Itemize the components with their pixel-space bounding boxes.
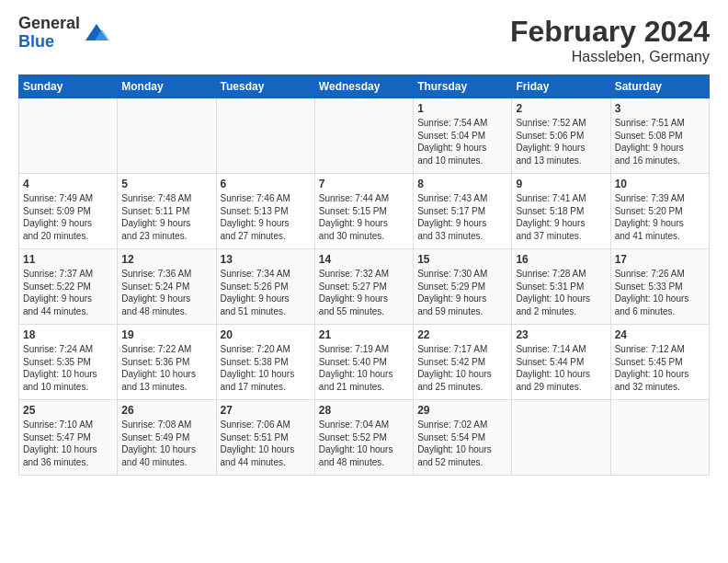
calendar-week-3: 11Sunrise: 7:37 AM Sunset: 5:22 PM Dayli…	[19, 249, 710, 325]
calendar-week-4: 18Sunrise: 7:24 AM Sunset: 5:35 PM Dayli…	[19, 325, 710, 400]
calendar-cell: 27Sunrise: 7:06 AM Sunset: 5:51 PM Dayli…	[216, 400, 314, 476]
logo-blue: Blue	[18, 33, 80, 52]
day-number: 9	[516, 178, 606, 190]
day-info: Sunrise: 7:22 AM Sunset: 5:36 PM Dayligh…	[121, 343, 211, 393]
day-number: 17	[615, 253, 705, 266]
day-info: Sunrise: 7:36 AM Sunset: 5:24 PM Dayligh…	[121, 268, 211, 317]
location: Hassleben, Germany	[510, 49, 710, 65]
day-info: Sunrise: 7:30 AM Sunset: 5:29 PM Dayligh…	[417, 268, 507, 317]
day-info: Sunrise: 7:46 AM Sunset: 5:13 PM Dayligh…	[221, 192, 311, 242]
day-number: 29	[417, 404, 507, 417]
col-monday: Monday	[118, 75, 216, 98]
calendar-cell: 4Sunrise: 7:49 AM Sunset: 5:09 PM Daylig…	[19, 174, 118, 249]
col-saturday: Saturday	[610, 75, 709, 98]
day-number: 20	[221, 328, 311, 341]
calendar-cell: 3Sunrise: 7:51 AM Sunset: 5:08 PM Daylig…	[610, 98, 709, 174]
logo-general: General	[18, 15, 80, 33]
calendar-cell: 29Sunrise: 7:02 AM Sunset: 5:54 PM Dayli…	[414, 400, 512, 476]
calendar-cell: 22Sunrise: 7:17 AM Sunset: 5:42 PM Dayli…	[414, 325, 512, 400]
day-number: 14	[319, 253, 409, 266]
day-number: 21	[319, 328, 409, 341]
day-info: Sunrise: 7:52 AM Sunset: 5:06 PM Dayligh…	[516, 117, 606, 167]
day-number: 13	[221, 253, 311, 266]
day-info: Sunrise: 7:28 AM Sunset: 5:31 PM Dayligh…	[516, 268, 606, 317]
calendar-cell: 21Sunrise: 7:19 AM Sunset: 5:40 PM Dayli…	[314, 325, 413, 400]
day-info: Sunrise: 7:37 AM Sunset: 5:22 PM Dayligh…	[23, 268, 113, 317]
calendar-cell: 10Sunrise: 7:39 AM Sunset: 5:20 PM Dayli…	[610, 174, 709, 249]
day-info: Sunrise: 7:14 AM Sunset: 5:44 PM Dayligh…	[516, 343, 606, 393]
calendar-cell: 25Sunrise: 7:10 AM Sunset: 5:47 PM Dayli…	[19, 400, 118, 476]
calendar-cell: 5Sunrise: 7:48 AM Sunset: 5:11 PM Daylig…	[118, 174, 216, 249]
day-info: Sunrise: 7:48 AM Sunset: 5:11 PM Dayligh…	[121, 192, 211, 242]
calendar-cell: 8Sunrise: 7:43 AM Sunset: 5:17 PM Daylig…	[414, 174, 512, 249]
month-year: February 2024	[510, 15, 710, 49]
day-info: Sunrise: 7:12 AM Sunset: 5:45 PM Dayligh…	[615, 343, 705, 393]
day-number: 6	[221, 178, 311, 190]
day-info: Sunrise: 7:10 AM Sunset: 5:47 PM Dayligh…	[23, 419, 113, 468]
logo: General Blue	[18, 15, 109, 52]
calendar-cell: 6Sunrise: 7:46 AM Sunset: 5:13 PM Daylig…	[216, 174, 314, 249]
day-number: 27	[221, 404, 311, 417]
calendar-cell	[512, 400, 610, 476]
day-info: Sunrise: 7:08 AM Sunset: 5:49 PM Dayligh…	[121, 419, 211, 468]
day-number: 16	[516, 253, 606, 266]
calendar-cell: 14Sunrise: 7:32 AM Sunset: 5:27 PM Dayli…	[314, 249, 413, 325]
calendar-cell	[216, 98, 314, 174]
calendar-cell: 23Sunrise: 7:14 AM Sunset: 5:44 PM Dayli…	[512, 325, 610, 400]
calendar-week-5: 25Sunrise: 7:10 AM Sunset: 5:47 PM Dayli…	[19, 400, 710, 476]
calendar-cell	[314, 98, 413, 174]
day-number: 25	[23, 404, 113, 417]
calendar-cell	[118, 98, 216, 174]
calendar-cell: 2Sunrise: 7:52 AM Sunset: 5:06 PM Daylig…	[512, 98, 610, 174]
calendar-cell: 1Sunrise: 7:54 AM Sunset: 5:04 PM Daylig…	[414, 98, 512, 174]
calendar-cell	[19, 98, 118, 174]
day-number: 7	[319, 178, 409, 190]
calendar-cell: 12Sunrise: 7:36 AM Sunset: 5:24 PM Dayli…	[118, 249, 216, 325]
calendar-header: Sunday Monday Tuesday Wednesday Thursday…	[19, 75, 710, 98]
calendar-body: 1Sunrise: 7:54 AM Sunset: 5:04 PM Daylig…	[19, 98, 710, 476]
day-info: Sunrise: 7:02 AM Sunset: 5:54 PM Dayligh…	[417, 419, 507, 468]
day-number: 11	[23, 253, 113, 266]
day-number: 2	[516, 102, 606, 115]
day-info: Sunrise: 7:44 AM Sunset: 5:15 PM Dayligh…	[319, 192, 409, 242]
day-number: 19	[121, 328, 211, 341]
calendar-week-2: 4Sunrise: 7:49 AM Sunset: 5:09 PM Daylig…	[19, 174, 710, 249]
logo-text: General Blue	[18, 15, 80, 52]
col-wednesday: Wednesday	[314, 75, 413, 98]
day-info: Sunrise: 7:19 AM Sunset: 5:40 PM Dayligh…	[319, 343, 409, 393]
calendar-table: Sunday Monday Tuesday Wednesday Thursday…	[18, 75, 710, 476]
day-number: 4	[23, 178, 113, 190]
day-number: 1	[417, 102, 507, 115]
day-info: Sunrise: 7:51 AM Sunset: 5:08 PM Dayligh…	[615, 117, 705, 167]
day-info: Sunrise: 7:06 AM Sunset: 5:51 PM Dayligh…	[221, 419, 311, 468]
calendar-cell: 7Sunrise: 7:44 AM Sunset: 5:15 PM Daylig…	[314, 174, 413, 249]
calendar-cell: 17Sunrise: 7:26 AM Sunset: 5:33 PM Dayli…	[610, 249, 709, 325]
day-info: Sunrise: 7:49 AM Sunset: 5:09 PM Dayligh…	[23, 192, 113, 242]
day-number: 10	[615, 178, 705, 190]
col-tuesday: Tuesday	[216, 75, 314, 98]
page-header: General Blue February 2024 Hassleben, Ge…	[18, 15, 710, 65]
day-info: Sunrise: 7:54 AM Sunset: 5:04 PM Dayligh…	[417, 117, 507, 167]
day-info: Sunrise: 7:24 AM Sunset: 5:35 PM Dayligh…	[23, 343, 113, 393]
col-thursday: Thursday	[414, 75, 512, 98]
day-number: 15	[417, 253, 507, 266]
day-number: 18	[23, 328, 113, 341]
calendar-cell: 20Sunrise: 7:20 AM Sunset: 5:38 PM Dayli…	[216, 325, 314, 400]
calendar-cell: 19Sunrise: 7:22 AM Sunset: 5:36 PM Dayli…	[118, 325, 216, 400]
calendar-cell: 11Sunrise: 7:37 AM Sunset: 5:22 PM Dayli…	[19, 249, 118, 325]
day-number: 5	[121, 178, 211, 190]
day-number: 24	[615, 328, 705, 341]
calendar-cell: 9Sunrise: 7:41 AM Sunset: 5:18 PM Daylig…	[512, 174, 610, 249]
day-info: Sunrise: 7:32 AM Sunset: 5:27 PM Dayligh…	[319, 268, 409, 317]
title-block: February 2024 Hassleben, Germany	[510, 15, 710, 65]
day-info: Sunrise: 7:34 AM Sunset: 5:26 PM Dayligh…	[221, 268, 311, 317]
calendar-cell: 26Sunrise: 7:08 AM Sunset: 5:49 PM Dayli…	[118, 400, 216, 476]
day-info: Sunrise: 7:26 AM Sunset: 5:33 PM Dayligh…	[615, 268, 705, 317]
day-info: Sunrise: 7:39 AM Sunset: 5:20 PM Dayligh…	[615, 192, 705, 242]
day-number: 28	[319, 404, 409, 417]
day-number: 22	[417, 328, 507, 341]
col-friday: Friday	[512, 75, 610, 98]
col-sunday: Sunday	[19, 75, 118, 98]
day-info: Sunrise: 7:04 AM Sunset: 5:52 PM Dayligh…	[319, 419, 409, 468]
day-info: Sunrise: 7:43 AM Sunset: 5:17 PM Dayligh…	[417, 192, 507, 242]
